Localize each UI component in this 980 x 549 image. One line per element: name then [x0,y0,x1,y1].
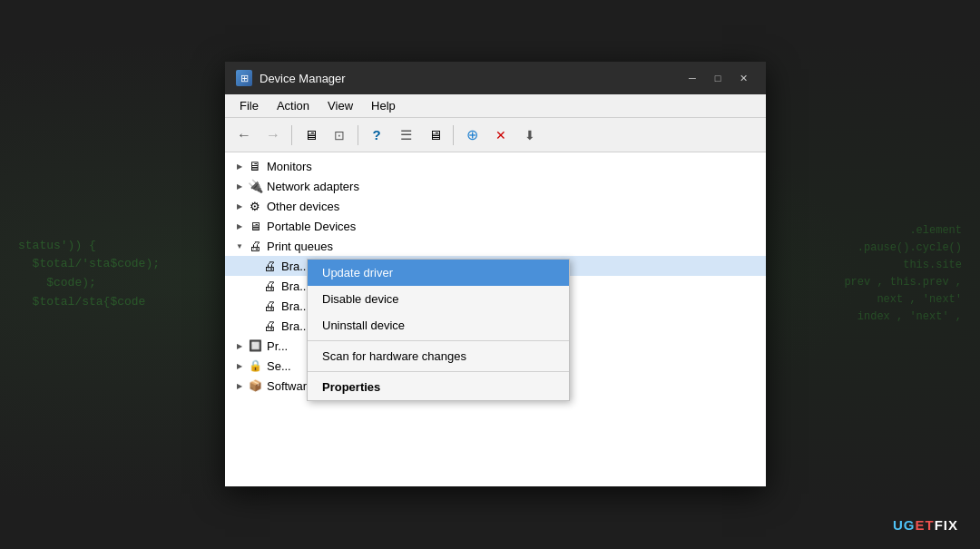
tree-arrow-security: ▶ [232,358,247,373]
toolbar-help-button[interactable]: ? [363,123,390,148]
back-icon: ← [237,127,251,143]
print-queues-label: Print queues [267,240,333,253]
close-button[interactable]: ✕ [731,69,755,87]
title-bar: ⊞ Device Manager ─ □ ✕ [225,62,766,94]
network-adapters-label: Network adapters [267,180,359,193]
watermark-et: ET [915,517,934,533]
watermark: UGETFIX [893,517,958,533]
tree-arrow-processors: ▶ [232,338,247,353]
computer-icon: 🖥 [304,127,318,142]
tree-arrow-software: ▶ [232,378,247,393]
toolbar-separator-3 [453,125,454,145]
toolbar-separator-2 [358,125,358,145]
watermark-ug: UG [893,517,916,533]
print-queues-icon: 🖨 [247,238,263,254]
add-icon: ⊕ [466,126,478,143]
security-icon: 🔒 [247,358,263,374]
update-icon: ⬇ [524,128,535,142]
ctx-update-driver[interactable]: Update driver [308,260,569,286]
toolbar-monitor-button[interactable]: 🖥 [421,123,448,148]
ctx-disable-device[interactable]: Disable device [308,286,569,312]
software-components-icon: 📦 [247,377,263,394]
tree-arrow-portable: ▶ [232,219,247,233]
properties-icon: ☰ [400,127,412,143]
ctx-scan-hardware[interactable]: Scan for hardware changes [308,343,569,369]
menu-action[interactable]: Action [270,97,317,114]
tree-arrow-monitors: ▶ [232,159,247,173]
toolbar-separator-1 [291,125,292,145]
toolbar-forward-button[interactable]: → [260,123,287,148]
tree-item-portable-devices[interactable]: ▶ 🖥 Portable Devices [225,216,766,236]
window-controls: ─ □ ✕ [681,69,755,87]
monitors-label: Monitors [267,160,312,173]
toolbar-remove-button[interactable]: ✕ [487,123,514,148]
menu-bar: File Action View Help [225,94,766,118]
toolbar-add-button[interactable]: ⊕ [458,123,485,148]
network-adapters-icon: 🔌 [247,178,263,194]
minimize-button[interactable]: ─ [681,69,704,87]
device-manager-window: ⊞ Device Manager ─ □ ✕ File Action View … [225,62,766,486]
pq-4-icon: 🖨 [261,318,278,334]
tree-arrow-network: ▶ [232,179,247,193]
ctx-separator-1 [308,340,569,341]
toolbar-computer-button[interactable]: 🖥 [297,123,324,148]
portable-devices-icon: 🖥 [247,218,263,234]
toolbar: ← → 🖥 ⊡ ? ☰ 🖥 ⊕ ✕ ⬇ [225,118,766,152]
pq-3-icon: 🖨 [261,298,278,314]
pq-2-icon: 🖨 [261,278,278,294]
network-icon: ⊡ [334,128,345,142]
ctx-uninstall-device[interactable]: Uninstall device [308,312,569,338]
menu-view[interactable]: View [320,97,360,114]
monitor-icon: 🖥 [428,127,442,142]
tree-item-monitors[interactable]: ▶ 🖥 Monitors [225,156,766,176]
menu-file[interactable]: File [232,97,266,114]
monitors-icon: 🖥 [247,158,263,174]
ctx-properties[interactable]: Properties [308,374,569,400]
remove-icon: ✕ [495,128,506,142]
toolbar-network-button[interactable]: ⊡ [326,123,353,148]
window-icon: ⊞ [236,70,252,86]
maximize-button[interactable]: □ [706,69,730,87]
security-label: Se... [267,359,291,373]
watermark-fix: FIX [935,517,958,533]
processors-icon: 🔲 [247,338,263,354]
help-icon: ? [372,127,380,142]
processors-label: Pr... [267,339,288,353]
other-devices-icon: ⚙ [247,198,263,214]
content-area: ▶ 🖥 Monitors ▶ 🔌 Network adapters ▶ ⚙ Ot… [225,152,766,486]
portable-devices-label: Portable Devices [267,220,356,233]
pq-2-label: Bra... [281,279,309,293]
pq-1-icon: 🖨 [261,258,278,274]
window-title: Device Manager [260,72,673,85]
context-menu: Update driver Disable device Uninstall d… [307,259,570,401]
tree-arrow-print: ▼ [232,239,247,253]
forward-icon: → [266,127,280,143]
ctx-separator-2 [308,371,569,372]
pq-4-label: Bra... [281,319,309,333]
tree-item-print-queues[interactable]: ▼ 🖨 Print queues [225,236,766,256]
toolbar-update-button[interactable]: ⬇ [516,123,544,148]
tree-item-network-adapters[interactable]: ▶ 🔌 Network adapters [225,176,766,196]
pq-1-label: Bra... [281,260,309,273]
other-devices-label: Other devices [267,200,339,213]
tree-arrow-other: ▶ [232,199,247,213]
menu-help[interactable]: Help [364,97,403,114]
pq-3-label: Bra... [281,299,309,313]
toolbar-props-button[interactable]: ☰ [392,123,419,148]
tree-item-other-devices[interactable]: ▶ ⚙ Other devices [225,196,766,216]
toolbar-back-button[interactable]: ← [230,123,258,148]
